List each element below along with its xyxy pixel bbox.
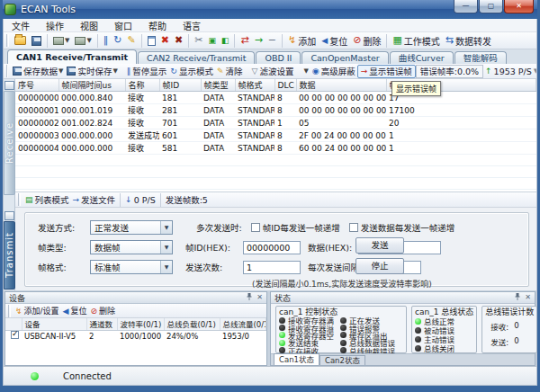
cut-button[interactable]: ✂ xyxy=(192,34,205,47)
device-reset-button[interactable]: ◀复位 xyxy=(61,305,89,316)
frame-row[interactable]: 00000003000.000.000发送成功601DATASTANDARD82… xyxy=(15,129,536,142)
clear-button[interactable]: ✎ xyxy=(125,34,139,47)
frame-row[interactable]: 00000004000.000.000接收581DATASTANDARD860 … xyxy=(15,142,536,155)
send-button[interactable]: 发送 xyxy=(356,237,404,254)
frame-id-label: 帧ID(HEX): xyxy=(185,241,243,254)
device-delete-button[interactable]: ⊘删除 xyxy=(89,305,118,316)
delete-frame-button[interactable]: ✖ xyxy=(158,34,172,47)
disconnect-device-button[interactable]: ▼ xyxy=(72,36,94,46)
pause-display-button[interactable]: ‖暂停显示 xyxy=(125,65,169,77)
frame-row[interactable]: 00000002001.002.824接收701DATASTANDARD1052… xyxy=(15,117,536,129)
status-panel: 状态 ✕ can_1 控制状态 接收寄存器满 接收寄存器溢 发送寄存器空 发送结… xyxy=(270,291,536,366)
send-mode-value: 正常发送 xyxy=(91,221,160,234)
delete-device-button[interactable]: ⊘删除 xyxy=(350,33,383,49)
frame-row[interactable]: 00000000000.000.840接收181DATASTANDARD800 … xyxy=(15,92,536,104)
add-device-button[interactable]: ↯添加 xyxy=(285,33,319,49)
forward-button[interactable]: → xyxy=(252,34,266,47)
menu-help[interactable]: 帮助 xyxy=(140,18,175,33)
pause-button[interactable]: ‖ xyxy=(101,34,112,47)
paste-button[interactable]: ◧ xyxy=(219,34,232,47)
send-mode-select[interactable]: 正常发送▼ xyxy=(90,220,173,235)
send-file-arrow-icon: → xyxy=(73,194,80,205)
refresh-button[interactable]: ↻ xyxy=(111,34,124,47)
toolbar-overflow-button[interactable]: ▼ xyxy=(534,67,536,75)
frame-id-input[interactable] xyxy=(243,241,301,254)
data-forward-button[interactable]: ⇆数据转发 xyxy=(443,33,494,49)
tab-curve[interactable]: 曲线Curver xyxy=(390,51,454,64)
close-button[interactable]: ✕ xyxy=(504,0,534,13)
menu-window[interactable]: 窗口 xyxy=(106,18,140,33)
receive-panel-icon[interactable] xyxy=(4,81,14,90)
title-bar[interactable]: ECAN Tools — ▢ ✕ xyxy=(3,0,537,19)
display-mode-button[interactable]: ↻显示模式 xyxy=(168,65,215,77)
tab-can1-receive-transmit[interactable]: CAN1 Receive/Transmit xyxy=(7,49,137,64)
clear-button[interactable]: ✎清除 xyxy=(215,65,245,77)
col-index[interactable]: 序号 xyxy=(15,79,58,92)
maximize-button[interactable]: ▢ xyxy=(479,0,503,13)
send-file-button[interactable]: →发送文件 xyxy=(71,193,118,206)
connect-device-button[interactable]: ▼ xyxy=(50,36,72,46)
delete-all-frames-button[interactable]: ✖ xyxy=(172,34,185,47)
swap-button[interactable]: ⇄ xyxy=(238,34,251,47)
realtime-save-button[interactable]: 实时保存▼ xyxy=(65,65,119,77)
advanced-mask-button[interactable]: ◉高级屏蔽 xyxy=(310,65,357,77)
col-bus-flow[interactable]: 总线流量(0/1) xyxy=(220,318,266,330)
device-panel: 设备 ✕ ↯添加/设置 ◀复位 ⊘删除 设备 通道数 波特率( xyxy=(4,291,267,366)
col-frame-id[interactable]: 帧ID xyxy=(159,79,201,92)
close-icon[interactable]: ✕ xyxy=(256,294,263,301)
new-frame-button[interactable] xyxy=(145,35,158,47)
list-mode-button[interactable]: ▤列表模式 xyxy=(23,193,71,206)
save-button[interactable] xyxy=(29,35,44,47)
connection-status-text: Connected xyxy=(63,371,112,381)
tab-can1-status[interactable]: Can1状态 xyxy=(274,353,320,365)
tab-can2-receive-transmit[interactable]: CAN2 Receive/Transmit xyxy=(138,51,255,64)
transmit-panel-icon[interactable] xyxy=(4,211,14,220)
cell-interval: 000.001.019 xyxy=(58,104,125,117)
menu-file[interactable]: 文件 xyxy=(4,18,38,33)
col-data[interactable]: 数据 xyxy=(296,79,386,92)
col-frame-format[interactable]: 帧格式 xyxy=(235,79,274,92)
tab-smart-decode[interactable]: 智能解码 xyxy=(454,51,507,64)
inc-data-checkbox[interactable] xyxy=(349,223,358,232)
menu-view[interactable]: 视图 xyxy=(72,18,106,33)
device-add-settings-button[interactable]: ↯添加/设置 xyxy=(14,305,61,316)
col-interval[interactable]: 帧间隔时间us xyxy=(58,79,125,92)
side-tab-transmit[interactable]: Transmit xyxy=(4,221,15,290)
col-device[interactable]: 设备 xyxy=(22,318,86,330)
menu-language[interactable]: 语言 xyxy=(175,18,209,33)
toolbar-dropdown-button[interactable]: ▼ xyxy=(301,67,310,75)
reset-device-button[interactable]: ◀复位 xyxy=(319,33,350,49)
pin-icon[interactable] xyxy=(514,293,521,302)
send-count-label: 发送次数: xyxy=(185,261,243,273)
col-channels[interactable]: 通道数 xyxy=(86,318,117,330)
copy-button[interactable]: ▣ xyxy=(205,34,219,47)
send-count-input[interactable] xyxy=(243,261,301,274)
open-file-button[interactable] xyxy=(12,35,29,46)
device-checkbox[interactable] xyxy=(11,331,19,339)
stop-button[interactable]: 停止 xyxy=(356,258,404,274)
col-bus-load[interactable]: 总线负载(0/1) xyxy=(164,318,220,330)
side-tab-receive[interactable]: Receive xyxy=(4,91,15,195)
save-data-button[interactable]: 保存数据▼ xyxy=(11,65,65,77)
col-name[interactable]: 名称 xyxy=(125,79,159,92)
filter-settings-button[interactable]: ▽滤波设置 xyxy=(249,65,295,77)
show-error-frames-button[interactable]: →显示错误帧 xyxy=(357,65,416,78)
tab-canopen-master[interactable]: CanOpenMaster xyxy=(302,51,388,64)
col-baudrate[interactable]: 波特率(0/1) xyxy=(117,318,164,330)
col-frame-type[interactable]: 帧类型 xyxy=(201,79,235,92)
minimize-button[interactable]: — xyxy=(454,0,478,13)
bus-error-count-group: 总线错误计数 接收:0 发送:0 xyxy=(482,306,537,353)
device-row[interactable]: USBCAN-II-V5 2 1000/1000 24%/0% 1953/0 xyxy=(5,330,266,342)
remove-button[interactable]: − xyxy=(266,34,279,47)
col-dlc[interactable]: DLC xyxy=(274,79,296,92)
menu-operate[interactable]: 操作 xyxy=(38,18,72,33)
close-icon[interactable]: ✕ xyxy=(525,294,531,301)
tab-obd2[interactable]: OBD II xyxy=(256,51,301,64)
pin-icon[interactable] xyxy=(246,293,253,302)
work-mode-button[interactable]: ▦工作模式 xyxy=(390,33,442,49)
frame-format-select[interactable]: 标准帧▼ xyxy=(90,260,173,274)
tab-can2-status[interactable]: Can2状态 xyxy=(320,355,365,365)
inc-id-checkbox[interactable] xyxy=(251,223,260,232)
frame-type-select[interactable]: 数据帧▼ xyxy=(90,240,173,254)
frame-row[interactable]: 00000001000.001.019接收281DATASTANDARD800 … xyxy=(15,104,536,117)
